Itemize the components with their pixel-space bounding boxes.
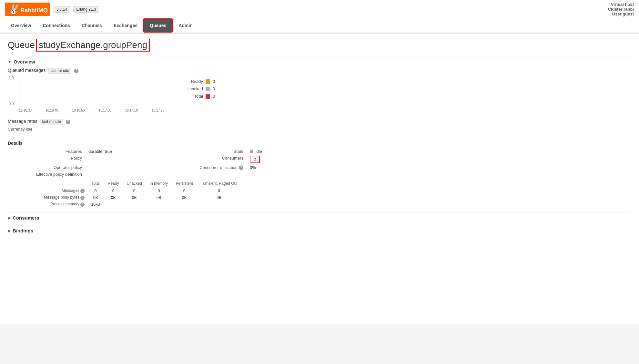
header: 🐰 RabbitMQ 3.7.14 Erlang 21.3 Virtual ho… bbox=[0, 0, 639, 34]
messages-help-icon[interactable]: ? bbox=[80, 189, 85, 193]
legend-total-label: Total bbox=[177, 94, 203, 99]
process-memory-in-memory bbox=[146, 201, 172, 208]
row-body-bytes-label: Message body bytes ? bbox=[40, 194, 87, 201]
body-bytes-help-icon[interactable]: ? bbox=[80, 196, 85, 200]
ts-0: 16:16:30 bbox=[19, 109, 32, 112]
policy-val bbox=[88, 156, 185, 163]
consumers-section: ▶ Consumers bbox=[8, 212, 631, 221]
body-bytes-persistent: 0B bbox=[172, 194, 197, 201]
ts-4: 16:17:10 bbox=[125, 109, 138, 112]
overview-arrow-icon: ▼ bbox=[8, 60, 12, 64]
bindings-section: ▶ Bindings bbox=[8, 225, 631, 233]
messages-table-wrapper: Total Ready Unacked In memory Persistent… bbox=[40, 180, 631, 208]
last-minute-badge2[interactable]: last minute bbox=[40, 119, 63, 124]
chart-area: 1.0 0.0 16:16:30 16:16:40 16:16:50 16:17… bbox=[8, 76, 631, 112]
chart-wrapper: 1.0 0.0 16:16:30 16:16:40 16:16:50 16:17… bbox=[19, 76, 164, 112]
ts-2: 16:16:50 bbox=[72, 109, 85, 112]
consumers-val-area: 2 bbox=[250, 156, 631, 163]
queue-title-name: studyExchange.groupPeng bbox=[36, 39, 150, 52]
nav-overview[interactable]: Overview bbox=[5, 19, 37, 32]
version-badge: 3.7.14 bbox=[54, 6, 70, 13]
legend-total-value: 0 bbox=[213, 94, 215, 99]
col-ready: Ready bbox=[104, 180, 123, 187]
nav-exchanges[interactable]: Exchanges bbox=[108, 19, 143, 32]
messages-unacked: 0 bbox=[123, 187, 146, 194]
consumer-utilisation-help-icon[interactable]: ? bbox=[239, 165, 243, 170]
queued-messages-help-icon[interactable]: ? bbox=[74, 69, 78, 73]
details-section: Details Features durable: true State idl… bbox=[8, 141, 631, 208]
consumer-utilisation-key: Consumer utilisation ? bbox=[185, 165, 250, 170]
details-label: Details bbox=[8, 141, 631, 146]
header-right: Virtual host Cluster rabbi User guest bbox=[608, 2, 634, 16]
body-bytes-in-memory: 0B bbox=[146, 194, 172, 201]
col-persistent: Persistent bbox=[172, 180, 197, 187]
ts-1: 16:16:40 bbox=[46, 109, 58, 112]
effective-policy-val bbox=[88, 172, 185, 177]
nav-channels[interactable]: Channels bbox=[76, 19, 108, 32]
messages-ready: 0 bbox=[104, 187, 123, 194]
table-row-body-bytes: Message body bytes ? 0B 0B 0B 0B 0B 0B bbox=[40, 194, 241, 201]
consumers-section-header[interactable]: ▶ Consumers bbox=[8, 215, 631, 221]
state-key: State bbox=[185, 149, 250, 154]
consumers-section-label: Consumers bbox=[13, 215, 39, 221]
bindings-section-header[interactable]: ▶ Bindings bbox=[8, 228, 631, 233]
process-memory-transient bbox=[197, 201, 241, 208]
messages-transient: 0 bbox=[197, 187, 241, 194]
messages-in-memory: 0 bbox=[146, 187, 172, 194]
consumer-utilisation-val: 0% bbox=[250, 165, 631, 170]
overview-header[interactable]: ▼ Overview bbox=[8, 59, 631, 64]
col-label-header bbox=[40, 180, 87, 187]
col-in-memory: In memory bbox=[146, 180, 172, 187]
queue-title-area: Queue studyExchange.groupPeng bbox=[8, 39, 631, 52]
legend-ready-color bbox=[206, 79, 210, 84]
message-rates-row: Message rates last minute ? bbox=[8, 119, 631, 124]
user-value: guest bbox=[623, 12, 634, 16]
body-bytes-total: 0B bbox=[87, 194, 104, 201]
logo-area: 🐰 RabbitMQ 3.7.14 Erlang 21.3 bbox=[5, 3, 99, 16]
row-process-memory-label: Process memory ? bbox=[40, 201, 87, 208]
overview-label: Overview bbox=[14, 59, 35, 64]
legend-unacked-color bbox=[206, 87, 210, 91]
chart-y-top: 1.0 bbox=[9, 76, 14, 80]
row-messages-label: Messages ? bbox=[40, 187, 87, 194]
consumers-val: 2 bbox=[254, 157, 256, 162]
main-nav: Overview Connections Channels Exchanges … bbox=[0, 18, 639, 33]
last-minute-badge[interactable]: last minute bbox=[48, 68, 71, 74]
messages-persistent: 0 bbox=[172, 187, 197, 194]
user-label: User guest bbox=[608, 12, 634, 16]
ts-5: 16:17:20 bbox=[152, 109, 164, 112]
message-rates-help-icon[interactable]: ? bbox=[66, 120, 70, 124]
policy-key: Policy bbox=[11, 156, 88, 163]
legend-ready-value: 0 bbox=[213, 79, 215, 84]
state-val-area: idle bbox=[250, 149, 631, 154]
process-memory-unacked bbox=[123, 201, 146, 208]
logo-icon: 🐰 bbox=[8, 4, 19, 14]
consumers-highlight: 2 bbox=[250, 156, 260, 163]
operator-policy-key: Operator policy bbox=[11, 165, 88, 170]
bindings-arrow-icon: ▶ bbox=[8, 229, 11, 233]
queue-title-prefix: Queue bbox=[8, 40, 35, 50]
legend-ready: Ready 0 bbox=[177, 79, 215, 84]
nav-queues[interactable]: Queues bbox=[143, 18, 173, 33]
consumers-key: Consumers bbox=[185, 156, 250, 163]
ts-3: 16:17:00 bbox=[99, 109, 111, 112]
chart-legend: Ready 0 Unacked 0 Total 0 bbox=[177, 76, 215, 99]
details-grid: Features durable: true State idle Policy… bbox=[11, 149, 631, 177]
features-val: durable: true bbox=[88, 149, 185, 154]
header-top: 🐰 RabbitMQ 3.7.14 Erlang 21.3 Virtual ho… bbox=[0, 0, 639, 18]
effective-policy-key: Effective policy definition bbox=[11, 172, 88, 177]
currently-idle: Currently idle bbox=[8, 127, 631, 132]
legend-total-color bbox=[206, 94, 210, 99]
body-bytes-ready: 0B bbox=[104, 194, 123, 201]
operator-policy-val bbox=[88, 165, 185, 170]
process-memory-ready bbox=[104, 201, 123, 208]
state-val: idle bbox=[256, 149, 262, 154]
nav-admin[interactable]: Admin bbox=[173, 19, 198, 32]
queued-messages-row: Queued messages last minute ? bbox=[8, 68, 631, 73]
nav-connections[interactable]: Connections bbox=[37, 19, 76, 32]
legend-unacked-label: Unacked bbox=[177, 86, 203, 91]
chart-box bbox=[19, 76, 164, 108]
process-memory-help-icon[interactable]: ? bbox=[80, 202, 85, 207]
queued-messages-label: Queued messages bbox=[8, 68, 46, 73]
erlang-badge: Erlang 21.3 bbox=[73, 6, 99, 13]
